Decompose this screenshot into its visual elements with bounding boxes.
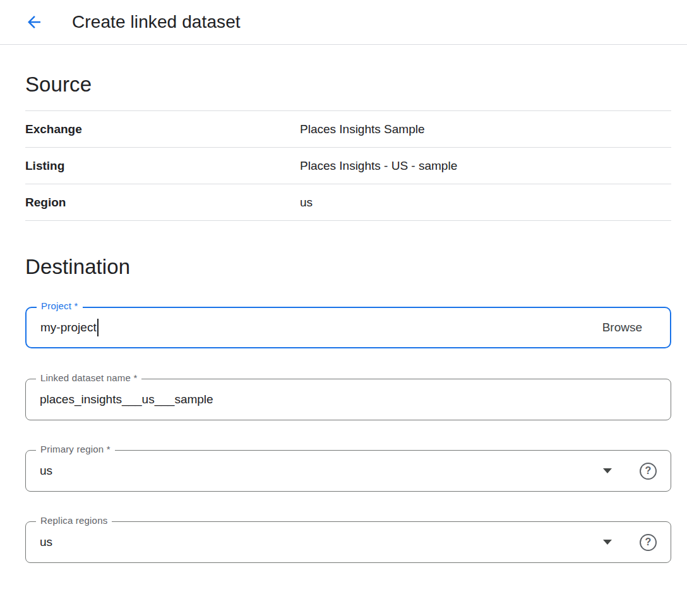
table-row-listing: Listing Places Insights - US - sample: [25, 148, 671, 184]
table-row-exchange: Exchange Places Insights Sample: [25, 111, 671, 148]
row-value: us: [300, 196, 313, 210]
row-label: Exchange: [25, 122, 300, 136]
browse-button[interactable]: Browse: [602, 321, 642, 335]
table-row-region: Region us: [25, 184, 671, 221]
help-icon[interactable]: ?: [640, 463, 657, 480]
source-table: Exchange Places Insights Sample Listing …: [25, 110, 671, 221]
row-value: Places Insights - US - sample: [300, 159, 457, 173]
text-cursor: [97, 319, 99, 336]
linked-dataset-name-field[interactable]: Linked dataset name * places_insights___…: [25, 379, 671, 420]
arrow-drop-down-icon[interactable]: [603, 468, 612, 473]
project-field-value: my-project: [40, 321, 97, 335]
back-button[interactable]: [21, 9, 47, 35]
replica-regions-label: Replica regions: [36, 515, 112, 526]
page-title: Create linked dataset: [72, 12, 241, 32]
linked-dataset-name-value: places_insights___us___sample: [40, 393, 213, 406]
replica-regions-value: us: [40, 535, 52, 549]
row-label: Listing: [25, 159, 300, 173]
help-icon[interactable]: ?: [640, 534, 657, 551]
arrow-drop-down-icon[interactable]: [603, 540, 612, 545]
row-label: Region: [25, 196, 300, 210]
project-field-label: Project *: [37, 300, 83, 311]
page-header: Create linked dataset: [0, 0, 687, 45]
project-field[interactable]: Project * my-project Browse: [25, 307, 671, 348]
destination-heading: Destination: [25, 255, 671, 279]
source-heading: Source: [25, 73, 671, 97]
primary-region-field[interactable]: Primary region * us ?: [25, 450, 671, 492]
linked-dataset-name-label: Linked dataset name *: [36, 372, 141, 383]
row-value: Places Insights Sample: [300, 122, 425, 136]
arrow-back-icon: [25, 13, 44, 32]
create-linked-dataset-page: Create linked dataset Source Exchange Pl…: [0, 0, 687, 616]
main-content: Source Exchange Places Insights Sample L…: [0, 73, 687, 616]
primary-region-label: Primary region *: [36, 444, 115, 454]
replica-regions-field[interactable]: Replica regions us ?: [25, 521, 671, 563]
primary-region-value: us: [40, 464, 52, 478]
